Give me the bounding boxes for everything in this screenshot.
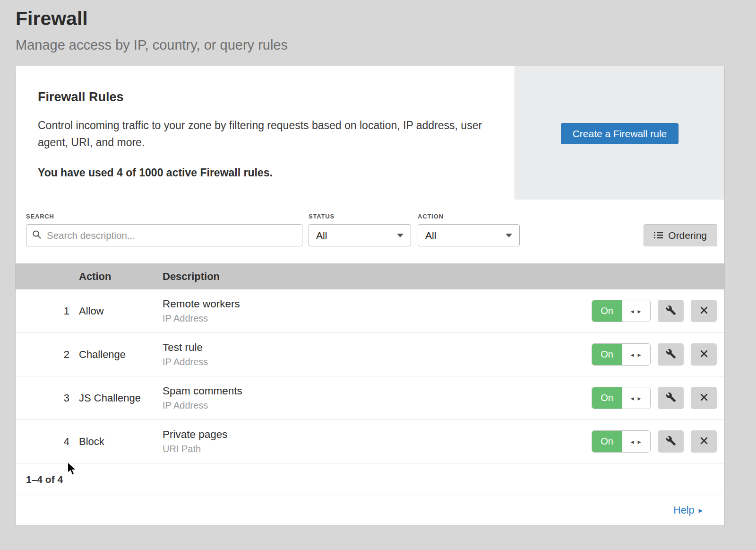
toggle-arrows-icon[interactable]: ◂ ▸ (622, 387, 650, 409)
firewall-rules-card: Firewall Rules Control incoming traffic … (16, 66, 724, 525)
edit-rule-button[interactable] (658, 387, 684, 409)
toggle-arrows-icon[interactable]: ◂ ▸ (622, 344, 650, 365)
filter-bar: SEARCH STATUS All ACTION All (16, 200, 724, 263)
status-select[interactable]: All (309, 224, 411, 246)
action-select-value: All (425, 230, 436, 241)
rule-enabled-toggle[interactable]: On ◂ ▸ (592, 300, 651, 322)
help-arrow-icon: ▸ (698, 506, 703, 515)
card-top-info: Firewall Rules Control incoming traffic … (16, 66, 515, 200)
rule-enabled-toggle[interactable]: On ◂ ▸ (592, 387, 651, 409)
rule-description: Remote workers (163, 298, 592, 310)
search-label: SEARCH (26, 213, 302, 220)
card-top-section: Firewall Rules Control incoming traffic … (16, 66, 724, 200)
ordering-button-label: Ordering (668, 230, 707, 241)
toggle-on-label[interactable]: On (592, 344, 622, 365)
edit-rule-button[interactable] (658, 343, 684, 366)
rule-number: 3 (16, 392, 79, 404)
rule-description-cell: Test rule IP Address (163, 341, 592, 367)
delete-rule-button[interactable] (691, 387, 717, 409)
rule-number: 2 (16, 349, 79, 361)
rule-controls: On ◂ ▸ (592, 430, 724, 453)
help-link[interactable]: Help ▸ (673, 505, 703, 516)
rule-action: Allow (79, 305, 163, 317)
card-usage-text: You have used 4 of 1000 active Firewall … (38, 166, 496, 179)
rule-description: Test rule (163, 341, 592, 354)
wrench-icon (666, 349, 676, 360)
close-icon (700, 349, 708, 359)
pagination-label: 1–4 of 4 (16, 463, 724, 495)
toggle-arrows-icon[interactable]: ◂ ▸ (622, 300, 650, 322)
table-header: Action Description (16, 263, 724, 289)
rule-controls: On ◂ ▸ (592, 343, 724, 366)
search-icon (32, 230, 42, 241)
ordering-list-icon (654, 230, 663, 241)
rule-action: Challenge (79, 349, 163, 361)
rule-enabled-toggle[interactable]: On ◂ ▸ (592, 430, 651, 453)
chevron-down-icon (506, 234, 512, 237)
status-filter: STATUS All (309, 213, 411, 246)
page-header: Firewall Manage access by IP, country, o… (0, 0, 756, 53)
rule-match-type: IP Address (163, 313, 592, 324)
card-top-action-panel: Create a Firewall rule (515, 66, 724, 200)
delete-rule-button[interactable] (691, 343, 717, 366)
ordering-button[interactable]: Ordering (644, 224, 717, 246)
action-select[interactable]: All (418, 224, 520, 246)
search-input[interactable] (46, 229, 296, 242)
close-icon (700, 306, 708, 316)
table-row: 2 Challenge Test rule IP Address On ◂ ▸ (16, 333, 724, 376)
rule-controls: On ◂ ▸ (592, 387, 724, 409)
rule-description-cell: Spam comments IP Address (163, 385, 592, 411)
rule-description-cell: Private pages URI Path (163, 428, 592, 454)
delete-rule-button[interactable] (691, 430, 717, 453)
rule-action: Block (79, 436, 163, 448)
column-action: Action (79, 271, 163, 283)
toggle-on-label[interactable]: On (592, 431, 622, 452)
rule-number: 4 (16, 436, 79, 448)
card-footer: Help ▸ (16, 495, 724, 525)
column-description: Description (163, 271, 724, 283)
close-icon (700, 393, 708, 403)
rule-description: Private pages (163, 428, 592, 441)
rule-match-type: URI Path (163, 444, 592, 454)
search-filter: SEARCH (26, 213, 302, 246)
wrench-icon (666, 392, 676, 404)
table-row: 1 Allow Remote workers IP Address On ◂ ▸ (16, 289, 724, 333)
rule-controls: On ◂ ▸ (592, 300, 724, 322)
action-label: ACTION (418, 213, 520, 220)
rule-enabled-toggle[interactable]: On ◂ ▸ (592, 343, 651, 366)
toggle-on-label[interactable]: On (592, 300, 622, 322)
table-row: 3 JS Challenge Spam comments IP Address … (16, 376, 724, 420)
table-row: 4 Block Private pages URI Path On ◂ ▸ (16, 420, 724, 463)
status-label: STATUS (309, 213, 411, 220)
wrench-icon (666, 436, 676, 447)
wrench-icon (666, 305, 676, 317)
close-icon (700, 437, 708, 446)
toggle-arrows-icon[interactable]: ◂ ▸ (622, 431, 650, 452)
create-firewall-rule-button[interactable]: Create a Firewall rule (561, 123, 679, 144)
rule-description: Spam comments (163, 385, 592, 397)
rule-match-type: IP Address (163, 400, 592, 411)
rule-action: JS Challenge (79, 392, 163, 404)
rule-number: 1 (16, 305, 79, 317)
card-description: Control incoming traffic to your zone by… (38, 117, 487, 151)
help-link-label: Help (673, 505, 694, 516)
card-section-title: Firewall Rules (38, 90, 496, 105)
toggle-on-label[interactable]: On (592, 387, 622, 409)
edit-rule-button[interactable] (658, 300, 684, 322)
edit-rule-button[interactable] (658, 430, 684, 453)
delete-rule-button[interactable] (691, 300, 717, 322)
rule-description-cell: Remote workers IP Address (163, 298, 592, 324)
search-input-wrapper (26, 224, 302, 246)
page-title: Firewall (16, 8, 756, 30)
status-select-value: All (316, 230, 327, 241)
chevron-down-icon (397, 234, 404, 237)
page-subtitle: Manage access by IP, country, or query r… (16, 37, 756, 53)
action-filter: ACTION All (418, 213, 520, 246)
rule-match-type: IP Address (163, 357, 592, 367)
mouse-cursor (67, 462, 77, 477)
